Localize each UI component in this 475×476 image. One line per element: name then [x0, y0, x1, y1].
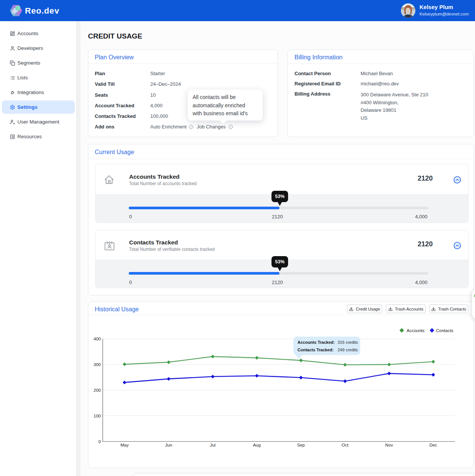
svg-text:Accounts Tracked:: Accounts Tracked:: [298, 340, 335, 345]
svg-text:May: May: [120, 443, 129, 447]
svg-text:Sep: Sep: [297, 443, 305, 447]
svg-text:Accounts: Accounts: [407, 328, 425, 333]
svg-text:Contacts: Contacts: [436, 328, 453, 333]
svg-text:Oct: Oct: [342, 443, 349, 447]
svg-text:Contacts Tracked:: Contacts Tracked:: [298, 348, 333, 352]
svg-text:316 credits: 316 credits: [338, 340, 358, 345]
svg-text:200: 200: [94, 388, 101, 393]
svg-text:100: 100: [94, 414, 101, 418]
svg-text:Jun: Jun: [165, 443, 172, 447]
svg-text:Nov: Nov: [385, 443, 393, 447]
svg-text:300: 300: [94, 362, 101, 367]
svg-text:0: 0: [99, 439, 101, 444]
svg-text:249 credits: 249 credits: [338, 348, 358, 352]
svg-text:Aug: Aug: [253, 443, 261, 447]
svg-text:Dec: Dec: [429, 443, 437, 447]
svg-text:Jul: Jul: [210, 443, 216, 447]
svg-text:400: 400: [94, 337, 101, 341]
